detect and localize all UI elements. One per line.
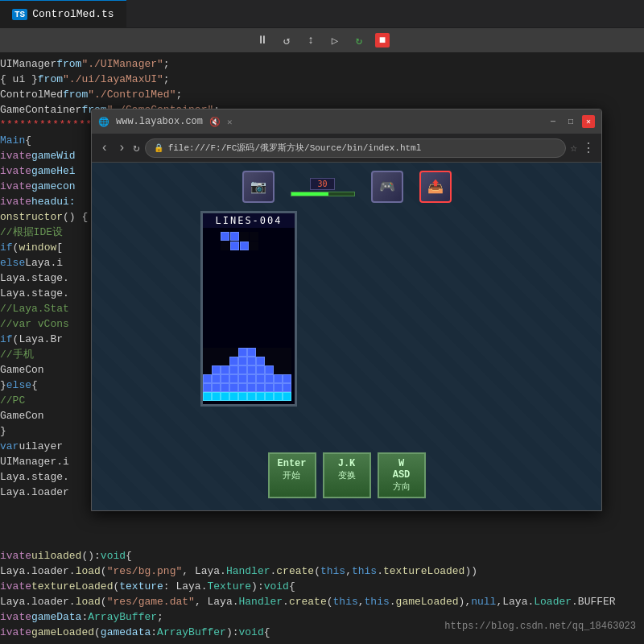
ts-badge: TS: [12, 9, 27, 20]
browser-window: 🌐 www.layabox.com 🔇 ✕ ─ □ ✕ ‹ › ↻ 🔒 file…: [91, 109, 602, 511]
code-line: ivate uiloaded(): void {: [0, 548, 644, 564]
maximize-button[interactable]: □: [564, 115, 577, 128]
code-editor: TS ControlMed.ts ⏸ ↺ ↕ ▷ ↻ ■ UIManager f…: [0, 0, 644, 644]
code-line: ControlMed from "./ControlMed";: [0, 87, 644, 102]
toolbar-refresh-icon[interactable]: ↺: [279, 32, 295, 48]
tab-filename: ControlMed.ts: [32, 8, 114, 20]
toolbar-restart-icon[interactable]: ↻: [351, 32, 367, 48]
toolbar-play-icon[interactable]: ▷: [327, 32, 343, 48]
enter-button[interactable]: Enter 开始: [267, 452, 316, 498]
bottom-buttons: Enter 开始 J.K 变换 WASD 方向: [267, 452, 425, 498]
game-top-bar: 📷 30 🎮 📤: [242, 171, 452, 203]
bookmark-icon[interactable]: ☆: [571, 141, 577, 155]
forward-button[interactable]: ›: [116, 141, 129, 155]
toolbar-pause-icon[interactable]: ⏸: [254, 32, 270, 48]
minimize-button[interactable]: ─: [547, 115, 559, 128]
address-text: file:///F:/FC源码/俄罗斯方块/Source/bin/index.h…: [168, 142, 422, 154]
pile-blocks: [203, 348, 295, 401]
address-box[interactable]: 🔒 file:///F:/FC源码/俄罗斯方块/Source/bin/index…: [145, 138, 566, 158]
browser-controls: ─ □ ✕: [547, 115, 595, 128]
back-button[interactable]: ‹: [98, 141, 111, 155]
jk-btn-label1: J.K: [332, 458, 361, 469]
wasd-button[interactable]: WASD 方向: [378, 452, 426, 498]
game-icon-btn-3[interactable]: 📤: [419, 171, 452, 203]
lock-icon: 🔒: [154, 143, 163, 153]
code-line: ivate textureLoaded(texture: Laya.Textur…: [0, 579, 644, 594]
code-line: Laya.loader.load("res/bg.png", Laya.Hand…: [0, 564, 644, 579]
browser-speaker-icon[interactable]: 🔇: [209, 117, 221, 127]
browser-tab-icon: 🌐: [98, 117, 109, 127]
play-field: LINES-004: [200, 211, 297, 407]
field-grid: [203, 228, 295, 401]
enter-btn-label1: Enter: [277, 458, 306, 469]
tab-bar: TS ControlMed.ts: [0, 0, 644, 28]
browser-tab-title: www.layabox.com: [116, 116, 203, 127]
browser-titlebar: 🌐 www.layabox.com 🔇 ✕ ─ □ ✕: [92, 109, 601, 134]
close-button[interactable]: ✕: [582, 115, 595, 128]
game-icon-btn-2[interactable]: 🎮: [371, 171, 403, 203]
score-mini-display: 30: [310, 178, 334, 190]
lines-display: LINES-004: [203, 213, 295, 228]
wasd-btn-label2: 方向: [387, 481, 416, 493]
active-piece: [221, 232, 258, 250]
browser-menu-icon[interactable]: ⋮: [582, 140, 595, 156]
jk-btn-label2: 变换: [332, 469, 361, 481]
browser-close-tab-icon[interactable]: ✕: [227, 117, 233, 127]
toolbar: ⏸ ↺ ↕ ▷ ↻ ■: [0, 28, 644, 52]
code-line: { ui } from "./ui/layaMaxUI";: [0, 72, 644, 87]
active-tab[interactable]: TS ControlMed.ts: [0, 0, 126, 27]
watermark: https://blog.csdn.net/qq_18463023: [444, 621, 636, 632]
browser-address-bar: ‹ › ↻ 🔒 file:///F:/FC源码/俄罗斯方块/Source/bin…: [92, 134, 601, 163]
refresh-button[interactable]: ↻: [133, 141, 139, 155]
progress-bar: [291, 192, 355, 196]
game-icon-btn-1[interactable]: 📷: [242, 171, 275, 203]
toolbar-step-icon[interactable]: ↕: [303, 32, 319, 48]
game-content: 📷 30 🎮 📤 STATISTICS: [92, 163, 601, 510]
wasd-btn-label1: WASD: [387, 458, 416, 481]
code-line: UIManager from "./UIManager";: [0, 56, 644, 72]
toolbar-stop-icon[interactable]: ■: [375, 33, 390, 47]
enter-btn-label2: 开始: [277, 469, 306, 481]
code-line: Laya.loader.load("res/game.dat", Laya.Ha…: [0, 594, 644, 609]
jk-button[interactable]: J.K 变换: [323, 452, 371, 498]
